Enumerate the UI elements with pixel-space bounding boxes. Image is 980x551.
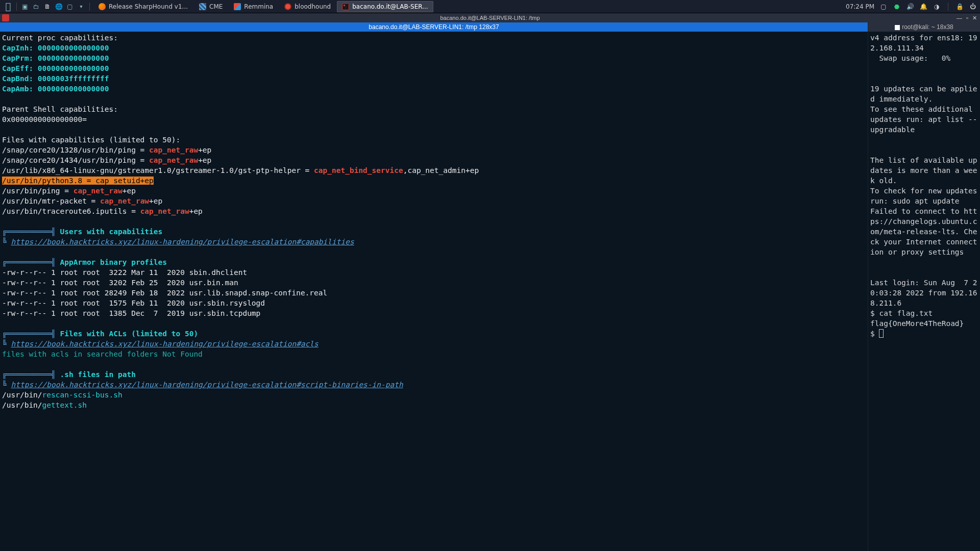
clock[interactable]: 07:24 PM [846,3,874,10]
tab-label: Remmina [244,3,273,10]
volume-icon[interactable]: 🔊 [906,3,914,11]
tab-label: bacano.do.it@LAB-SER... [352,3,428,10]
dashboard-icon[interactable]: ▣ [20,2,30,12]
taskbar-tab[interactable]: bloodhound [279,1,336,12]
taskbar-tab[interactable]: CME [194,1,228,12]
window-title: bacano.do.it@LAB-SERVER-LIN1: /tmp [440,15,540,21]
tab-label: Release SharpHound v1... [109,3,188,10]
minimize-button[interactable]: — [957,15,962,21]
editor-icon[interactable]: 🗎 [42,2,53,12]
taskbar-tab[interactable]: Remmina [229,1,278,12]
right-terminal-output[interactable]: v4 address for ens18: 192.168.111.34 Swa… [868,32,980,551]
power-icon[interactable]: ⏻ [969,3,977,11]
taskbar-tab[interactable]: bacano.do.it@LAB-SER... [337,1,433,12]
terminal-window: bacano.do.it@LAB-SERVER-LIN1: /tmp — ▫ ✕… [0,13,980,551]
app-icon [2,14,9,21]
notifications-icon[interactable]: 🔔 [919,3,927,11]
bloodhound-icon [284,3,291,10]
settings-circle-icon[interactable]: ◑ [933,3,941,11]
web-icon[interactable]: 🌐 [54,2,64,12]
left-pane-title[interactable]: bacano.do.it@LAB-SERVER-LIN1: /tmp 128x3… [0,22,868,32]
tab-label: bloodhound [295,3,331,10]
taskbar-tab[interactable]: Release SharpHound v1... [93,1,193,12]
display-icon[interactable]: ▢ [879,3,888,11]
separator [16,3,17,11]
right-pane-title[interactable]: root@kali: ~ 18x38 [868,22,980,32]
tab-label: CME [209,3,223,10]
terminal-launcher-icon[interactable]: ▢ [65,2,75,12]
firefox-icon [99,3,106,10]
kali-menu-icon[interactable]: 𓆣 [3,2,13,12]
close-button[interactable]: ✕ [972,15,977,21]
lock-icon[interactable]: 🔒 [955,3,964,11]
window-titlebar[interactable]: bacano.do.it@LAB-SERVER-LIN1: /tmp — ▫ ✕ [0,13,980,22]
remmina-icon [234,3,241,10]
update-shield-icon[interactable]: ⬣ [893,3,901,11]
cme-icon [199,3,206,10]
files-icon[interactable]: 🗀 [31,2,41,12]
right-pane: root@kali: ~ 18x38 v4 address for ens18:… [868,22,980,551]
left-terminal-output[interactable]: Current proc capabilities: CapInh: 00000… [0,32,868,551]
separator [948,3,948,11]
pane-icon [895,25,900,30]
separator [89,3,90,11]
terminal-icon [342,3,349,10]
left-pane: bacano.do.it@LAB-SERVER-LIN1: /tmp 128x3… [0,22,868,551]
dropdown-icon[interactable]: ▾ [76,2,86,12]
maximize-button[interactable]: ▫ [966,15,968,21]
taskbar: 𓆣 ▣ 🗀 🗎 🌐 ▢ ▾ Release SharpHound v1...CM… [0,0,980,13]
